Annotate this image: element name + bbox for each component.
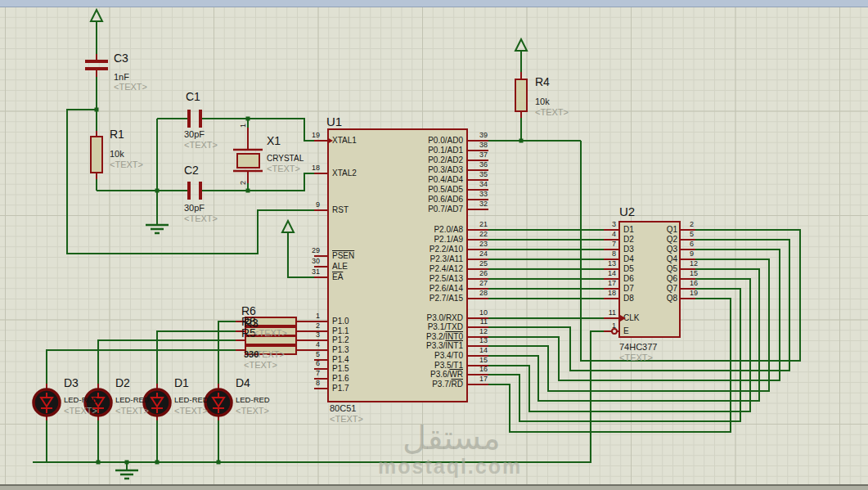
pin-number: 8 xyxy=(287,380,320,387)
c2-value[interactable]: 30pF xyxy=(184,204,205,214)
pin-label: P0.1/AD1 xyxy=(349,146,463,155)
pin-stub[interactable] xyxy=(468,209,488,210)
x1-pin1-number: 1 xyxy=(240,124,247,128)
r1-ref[interactable]: R1 xyxy=(110,128,124,141)
pin-stub[interactable] xyxy=(314,173,327,174)
r4-value[interactable]: 10k xyxy=(535,97,550,107)
pin-label: P0.7/AD7 xyxy=(349,205,463,214)
pin-label: RST xyxy=(332,206,349,214)
led-value[interactable]: LED-RED xyxy=(236,396,270,404)
pin-stub[interactable] xyxy=(314,140,327,142)
resistor-r4 xyxy=(515,79,527,111)
pin-label: P0.3/AD3 xyxy=(349,166,463,174)
pin-label: P3.2/INT0 xyxy=(349,333,463,341)
led-d4 xyxy=(205,389,232,416)
pin-number: 11 xyxy=(583,309,616,317)
pin-number: 14 xyxy=(583,270,616,277)
pin-number: 16 xyxy=(690,280,722,287)
led-text-placeholder: <TEXT> xyxy=(115,407,149,416)
pin-stub[interactable] xyxy=(604,298,618,299)
pin-label: P2.3/A11 xyxy=(349,255,463,263)
led-value[interactable]: LED-RED xyxy=(115,396,150,404)
capacitor-c2 xyxy=(199,182,202,200)
pin-label: P2.7/A15 xyxy=(349,294,463,303)
ground-icon xyxy=(115,470,138,479)
pin-label: P3.0/RXD xyxy=(349,314,463,322)
c3-value[interactable]: 1nF xyxy=(114,73,129,83)
capacitor-c3 xyxy=(85,67,108,70)
u2-text-placeholder: <TEXT> xyxy=(619,353,653,363)
u2-ref[interactable]: U2 xyxy=(619,205,635,218)
rpack-value[interactable]: 330 xyxy=(244,350,259,360)
x1-value[interactable]: CRYSTAL xyxy=(267,155,304,164)
proteus-schematic-canvas[interactable]: C3 1nF <TEXT> R1 10k <TEXT> C1 30pF <TEX… xyxy=(0,0,868,490)
led-ref[interactable]: D2 xyxy=(115,377,130,389)
pin-number: 3 xyxy=(583,221,616,228)
capacitor-c1 xyxy=(187,110,191,128)
c2-ref[interactable]: C2 xyxy=(184,164,199,177)
led-value[interactable]: LED-RED xyxy=(64,396,98,404)
x1-ref[interactable]: X1 xyxy=(267,135,281,147)
r4-ref[interactable]: R4 xyxy=(535,76,550,88)
pin-label: ALE xyxy=(332,263,348,271)
pin-number: 30 xyxy=(287,258,320,265)
c3-ref[interactable]: C3 xyxy=(114,52,128,65)
pin-number: 1 xyxy=(287,312,320,320)
wire-xtal2-row xyxy=(97,173,314,191)
pin-label: Q7 xyxy=(620,285,677,293)
pin-label: P1.2 xyxy=(332,336,349,344)
c1-text-placeholder: <TEXT> xyxy=(184,141,218,151)
led-ref[interactable]: D3 xyxy=(64,377,79,389)
pin-number: 17 xyxy=(583,280,616,287)
led-ref[interactable]: D1 xyxy=(174,377,189,389)
ground-symbol-icons[interactable] xyxy=(115,225,169,479)
pin-number: 9 xyxy=(287,201,320,209)
pin-label: P2.5/A13 xyxy=(349,275,463,283)
pin-label: P1.0 xyxy=(332,317,349,326)
c1-ref[interactable]: C1 xyxy=(186,91,200,103)
c1-value[interactable]: 30pF xyxy=(184,130,205,140)
pin-number: 3 xyxy=(287,331,320,339)
pin-number: 9 xyxy=(690,250,722,258)
pin-label: Q8 xyxy=(620,294,677,303)
pin-stub[interactable] xyxy=(604,317,618,319)
u1-ref[interactable]: U1 xyxy=(326,115,342,128)
pin-label: P1.5 xyxy=(332,365,349,373)
pin-label: P2.0/A8 xyxy=(349,226,463,234)
led-ref[interactable]: D4 xyxy=(236,377,250,389)
pin-label: Q1 xyxy=(620,226,677,234)
active-low-bubble-icon xyxy=(611,328,618,335)
pin-number: 8 xyxy=(583,250,616,258)
pin-label: P1.6 xyxy=(332,375,349,383)
pin-number: 13 xyxy=(583,260,616,267)
u2-part-number[interactable]: 74HC377 xyxy=(619,343,657,353)
u1-text-placeholder: <TEXT> xyxy=(330,415,363,425)
x1-pin2-number: 2 xyxy=(240,181,247,185)
crystal-x1[interactable] xyxy=(233,150,263,171)
pin-label: P0.4/AD4 xyxy=(349,176,463,184)
pin-label: E xyxy=(623,327,629,335)
r1-value[interactable]: 10k xyxy=(110,150,124,160)
ground-icon xyxy=(146,225,169,233)
watermark-arabic: مستقل xyxy=(403,419,501,456)
pin-label: P1.7 xyxy=(332,384,349,393)
led-value[interactable]: LED-RED xyxy=(174,396,209,404)
pin-stub[interactable] xyxy=(681,298,695,299)
pin-label: Q6 xyxy=(620,275,677,283)
pin-number: 4 xyxy=(287,341,320,348)
pin-stub[interactable] xyxy=(314,209,327,211)
pin-label: P0.5/AD5 xyxy=(349,186,463,194)
pin-label: P1.4 xyxy=(332,356,349,364)
pin-number: 7 xyxy=(287,370,320,377)
pin-stub[interactable] xyxy=(468,298,488,299)
resistor-r1 xyxy=(91,137,102,173)
capacitor-c3 xyxy=(85,60,108,63)
pin-label: P1.3 xyxy=(332,346,349,354)
pin-label: EA xyxy=(332,273,343,281)
u1-part-number[interactable]: 80C51 xyxy=(330,404,356,414)
pin-label: P2.1/A9 xyxy=(349,236,463,244)
pin-label: P3.3/INT1 xyxy=(349,342,463,350)
pin-stub[interactable] xyxy=(314,276,327,278)
pin-stub[interactable] xyxy=(314,388,327,389)
pin-stub[interactable] xyxy=(468,384,488,385)
